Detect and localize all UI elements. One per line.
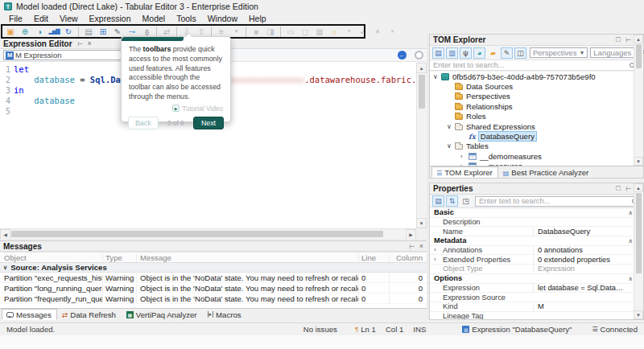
- toolbar-icon[interactable]: [176, 27, 177, 37]
- scroll-down-icon[interactable]: ▼: [634, 157, 643, 166]
- tab-tom-explorer[interactable]: TOM Explorer: [431, 166, 498, 178]
- prop-row-name[interactable]: Name DatabaseQuery: [430, 227, 643, 236]
- menu-item[interactable]: Expression: [84, 14, 137, 23]
- search-input[interactable]: [430, 61, 627, 70]
- cancel-changes-icon[interactable]: ×: [371, 26, 384, 38]
- toolbar-icon[interactable]: [78, 27, 79, 37]
- comment-selection-icon[interactable]: ◻: [299, 26, 312, 38]
- scroll-up-icon[interactable]: ▲: [634, 183, 643, 192]
- toggle-partitions-icon[interactable]: ◕: [473, 47, 485, 59]
- message-row-1[interactable]: Partition "exec_requests_history-c7d... …: [0, 273, 427, 283]
- accept-changes-icon[interactable]: ✓: [357, 26, 369, 38]
- tree-expander-icon[interactable]: ∨: [447, 142, 455, 150]
- toolbar-icon[interactable]: [280, 27, 281, 37]
- more-options-icon[interactable]: ▾: [386, 26, 398, 38]
- open-model-icon[interactable]: ▣: [4, 26, 17, 38]
- update-model-icon[interactable]: ◑: [33, 26, 46, 38]
- scrollbar-thumb[interactable]: [419, 75, 425, 109]
- collapse-chevron-icon[interactable]: ∧: [625, 209, 633, 216]
- message-row-2[interactable]: Partition "long_running_queries-40c... W…: [0, 283, 427, 294]
- alphabetical-sort-icon[interactable]: ⇅: [446, 195, 458, 207]
- menu-item[interactable]: Help: [243, 14, 272, 23]
- tree-expander-icon[interactable]: ∨: [447, 123, 455, 130]
- tree-item-data-sources[interactable]: Data Sources: [430, 81, 643, 91]
- tab-best-practice-analyzer[interactable]: Best Practice Analyzer: [498, 166, 595, 178]
- pin-icon[interactable]: ⊥: [409, 243, 415, 250]
- menu-item[interactable]: Tools: [171, 14, 202, 23]
- deploy-icon[interactable]: ⊕: [19, 26, 31, 38]
- prop-row-kind[interactable]: Kind M: [430, 302, 643, 312]
- expand-icon[interactable]: ›: [434, 256, 436, 263]
- toolbar-icon[interactable]: [156, 27, 157, 37]
- prop-category-options[interactable]: Options ∧: [430, 274, 643, 284]
- lightbulb-dropdown-icon[interactable]: ▾: [342, 26, 355, 38]
- collapse-chevron-icon[interactable]: ∧: [625, 275, 633, 282]
- tutorial-video-link[interactable]: Tutorial Video: [182, 105, 223, 113]
- vertical-scrollbar[interactable]: ▲ ▼: [416, 63, 427, 228]
- property-value[interactable]: 0 extended properties: [533, 256, 625, 264]
- comment-icon[interactable]: ✎: [111, 26, 124, 38]
- column-header-message[interactable]: Message: [137, 253, 359, 262]
- detach-icon[interactable]: ◨: [264, 26, 277, 38]
- menu-item[interactable]: Model: [137, 14, 171, 23]
- table-grid-icon[interactable]: ▦: [313, 26, 326, 38]
- navigate-back-icon[interactable]: ←: [398, 51, 407, 60]
- column-header-line[interactable]: Line: [359, 253, 390, 262]
- property-value[interactable]: 0 annotations: [533, 246, 625, 254]
- menu-item[interactable]: File: [3, 14, 28, 23]
- back-button[interactable]: Back: [128, 117, 159, 129]
- menu-item[interactable]: View: [54, 14, 84, 23]
- pin-property-icon[interactable]: ◳: [460, 195, 472, 207]
- toolbar-icon[interactable]: [246, 27, 246, 37]
- tab-messages[interactable]: Messages: [2, 309, 57, 320]
- property-value[interactable]: let database = Sql.Database("72D...: [533, 284, 625, 292]
- messages-group-row[interactable]: ∨ Source: Analysis Services: [0, 263, 427, 273]
- prop-row-expression[interactable]: Expression let database = Sql.Database("…: [430, 284, 643, 294]
- refresh-icon[interactable]: ↻: [62, 26, 75, 38]
- tree-item-roles[interactable]: Roles: [430, 112, 643, 121]
- maximize-icon[interactable]: □: [616, 185, 620, 192]
- pin-icon[interactable]: ⊥: [77, 40, 83, 47]
- column-header-column[interactable]: Column: [390, 253, 427, 262]
- group-expander-icon[interactable]: ∨: [3, 265, 7, 271]
- pin-icon[interactable]: ⊥: [625, 36, 631, 43]
- prop-row-expression-source[interactable]: Expression Source: [430, 293, 643, 302]
- tree-expander-icon[interactable]: ›: [460, 153, 469, 160]
- tree-item-perspectives[interactable]: Perspectives: [430, 92, 643, 101]
- toggle-database-icon[interactable]: ▤: [432, 47, 444, 59]
- collapse-chevron-icon[interactable]: ∧: [625, 237, 633, 244]
- tree-item-database-query[interactable]: DatabaseQuery: [430, 131, 643, 141]
- next-button[interactable]: Next: [193, 117, 224, 129]
- prop-row-object-type[interactable]: Object Type Expression: [430, 265, 643, 274]
- menu-item[interactable]: Edit: [28, 14, 54, 23]
- preview-data-icon[interactable]: ▭: [284, 26, 297, 38]
- column-header-object[interactable]: Object: [0, 253, 103, 262]
- prop-category-basic[interactable]: Basic ∧: [430, 208, 643, 218]
- tab-data-refresh[interactable]: Data Refresh: [57, 309, 122, 320]
- tree-item-model[interactable]: ∨ 0fb5d679-b3ec-40dd-a4b9-757073b5e9f0: [430, 72, 643, 81]
- prop-row-extended-properties[interactable]: ›Extended Properties 0 extended properti…: [430, 255, 643, 265]
- tree-item-relationships[interactable]: Relationships: [430, 101, 643, 111]
- scrollbar-thumb[interactable]: [11, 231, 383, 237]
- format-dropdown-icon[interactable]: ▾: [229, 26, 242, 38]
- expand-icon[interactable]: ›: [434, 246, 436, 253]
- property-value[interactable]: M: [533, 302, 625, 310]
- scrollbar-thumb[interactable]: [636, 44, 642, 68]
- stop-operation-icon[interactable]: ■: [250, 26, 262, 38]
- expression-type-select[interactable]: M M Expression ▼: [3, 50, 138, 60]
- prop-category-metadata[interactable]: Metadata ∧: [430, 236, 643, 246]
- toggle-folders-icon[interactable]: ▰: [487, 47, 499, 59]
- property-value[interactable]: DatabaseQuery: [533, 228, 625, 236]
- prop-row-lineage-tag[interactable]: Lineage Tag: [430, 312, 643, 319]
- scroll-down-icon[interactable]: ▼: [634, 310, 643, 319]
- scroll-up-icon[interactable]: ▲: [416, 63, 427, 73]
- close-icon[interactable]: ×: [419, 243, 423, 250]
- pivot-grid-icon[interactable]: ▂▅▇: [47, 26, 60, 38]
- search-input[interactable]: [476, 197, 630, 206]
- message-row-3[interactable]: Partition "frequently_run_queries-d2... …: [0, 294, 427, 304]
- menu-item[interactable]: Window: [202, 14, 243, 23]
- tree-item-shared-expressions[interactable]: ∨ Shared Expressions: [430, 121, 643, 131]
- toggle-edit-icon[interactable]: ✎: [501, 47, 513, 59]
- tab-macros[interactable]: Macros: [203, 309, 247, 320]
- categorized-view-icon[interactable]: ▤: [432, 195, 444, 207]
